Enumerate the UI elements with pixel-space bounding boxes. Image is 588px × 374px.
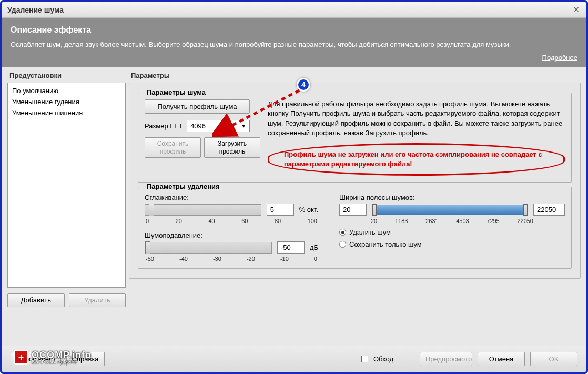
delete-preset-button[interactable]: Удалить [69,293,126,307]
band-high-input[interactable]: 22050 [533,204,565,216]
titlebar: Удаление шума ✕ [2,2,586,18]
preview-button[interactable]: Предпросмотр [420,352,472,366]
presets-listbox[interactable]: По умолчанию Уменьшение гудения Уменьшен… [7,83,126,288]
remove-noise-radio[interactable]: Удалить шум [339,228,565,236]
chevron-down-icon: ▼ [241,123,246,129]
bypass-label: Обход [373,355,393,363]
band-range-slider[interactable] [372,205,528,215]
preset-item[interactable]: Уменьшение шипения [10,107,123,118]
noise-params-fieldset: Параметры шума Получить профиль шума Раз… [138,93,572,183]
params-label: Параметры [131,72,581,79]
cancel-button[interactable]: Отмена [478,352,525,366]
removal-params-legend: Параметры удаления [144,183,223,190]
noise-help-text: Для правильной работы фильтра необходимо… [268,99,565,138]
ok-button[interactable]: OK [530,352,577,366]
fft-dropdown[interactable]: 4096 ▼ [187,120,250,132]
reduction-label: Шумоподавление: [145,231,318,239]
description-heading: Описание эффекта [11,25,577,35]
annotation-badge: 4 [297,78,310,92]
profile-error-message: Профиль шума не загружен или его частота… [268,143,565,176]
save-profile-button[interactable]: Сохранить профиль [145,137,201,158]
get-noise-profile-button[interactable]: Получить профиль шума [145,99,250,114]
radio-icon [339,241,346,248]
add-preset-button[interactable]: Добавить [7,293,65,307]
band-low-input[interactable]: 20 [339,204,367,216]
keep-noise-radio[interactable]: Сохранить только шум [339,240,565,248]
smoothing-label: Сглаживание: [145,194,318,201]
watermark-line1: OCOMP.info [32,350,92,360]
preset-item[interactable]: По умолчанию [10,85,123,96]
reduction-slider[interactable] [145,242,272,254]
watermark: + OCOMP.info ВОПРОСЫ АДМИНУ [14,350,92,365]
smoothing-unit: % окт. [299,206,318,214]
description-panel: Описание эффекта Ослабляет шум, делая зв… [2,18,586,67]
presets-label: Предустановки [9,72,126,79]
reduction-unit: дБ [310,244,318,251]
window-title: Удаление шума [7,6,64,14]
load-profile-button[interactable]: Загрузить профиль [204,137,260,158]
smoothing-ticks: 020406080100 [145,218,318,224]
band-ticks: 20118326314503729522050 [339,218,565,224]
more-link[interactable]: Подробнее [542,54,577,62]
radio-icon [339,229,346,236]
reduction-ticks: -50-40-30-20-100 [145,256,318,262]
removal-params-fieldset: Параметры удаления Сглаживание: 5 % окт. [138,187,572,269]
bypass-checkbox[interactable] [361,356,368,362]
plus-icon: + [14,350,28,365]
band-label: Ширина полосы шумов: [339,194,565,201]
description-text: Ослабляет шум, делая звук более чистым. … [11,40,577,49]
preset-item[interactable]: Уменьшение гудения [10,96,123,107]
close-icon[interactable]: ✕ [572,6,581,14]
dialog-window: Удаление шума ✕ Описание эффекта Ослабля… [0,0,588,374]
noise-params-legend: Параметры шума [144,88,209,96]
smoothing-input[interactable]: 5 [267,204,294,216]
fft-value: 4096 [190,122,206,130]
smoothing-slider[interactable] [145,204,261,216]
reduction-input[interactable]: -50 [277,241,305,254]
fft-label: Размер FFT [145,122,183,130]
